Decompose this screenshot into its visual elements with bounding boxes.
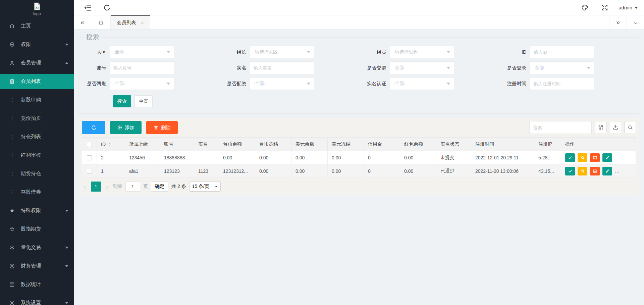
close-icon[interactable]: ×	[141, 20, 144, 25]
filter-columns-button[interactable]	[595, 122, 606, 133]
sidebar-item-13[interactable]: 财务管理	[0, 257, 74, 275]
input-field-5[interactable]	[250, 62, 314, 74]
sidebar-item-1[interactable]: 权限	[0, 35, 74, 54]
sidebar-item-2[interactable]: 会员管理	[0, 54, 74, 72]
sidebar-item-label: 存股借券	[21, 189, 41, 195]
sidebar-item-14[interactable]: 数据统计	[0, 275, 74, 294]
column-header-6: 美元余额	[291, 138, 328, 151]
select-field-9[interactable]: -全部-	[250, 77, 314, 90]
tabs-scroll-right-button[interactable]: »	[609, 15, 627, 29]
select-field-1[interactable]: -请选择大区-	[250, 46, 314, 58]
select-field-8[interactable]: -全部-	[110, 77, 174, 90]
dots-icon	[9, 152, 15, 158]
row-checkbox[interactable]	[87, 155, 92, 160]
select-all-checkbox[interactable]	[87, 142, 92, 147]
search-field-10: 实名认证-全部-	[359, 77, 499, 90]
input-field-3[interactable]	[530, 46, 594, 58]
sidebar-item-3[interactable]: 会员列表	[0, 74, 74, 89]
sidebar-item-label: 特殊权限	[21, 207, 41, 214]
search-field-4: 账号	[79, 61, 219, 74]
caret-down-icon	[446, 67, 450, 69]
sidebar-item-5[interactable]: 竞价拍卖	[0, 109, 74, 128]
sidebar-item-label: 会员管理	[21, 60, 41, 66]
sidebar-item-12[interactable]: 量化交易	[0, 238, 74, 257]
sidebar-item-11[interactable]: 股指期货	[0, 220, 74, 238]
card-button[interactable]	[590, 167, 600, 175]
search-panel-title: 搜索	[83, 33, 102, 42]
search-field-6: 是否交易-全部-	[359, 61, 499, 74]
select-field-10[interactable]: -全部-	[390, 77, 454, 90]
field-label: ID	[499, 49, 530, 55]
add-button[interactable]: 添加	[110, 121, 142, 134]
column-header-3: 实名	[194, 138, 219, 151]
edit-button[interactable]	[602, 153, 612, 162]
cell-0-9: 0.00	[400, 151, 436, 164]
delete-button[interactable]: 删除	[146, 121, 178, 134]
fullscreen-icon[interactable]	[601, 4, 608, 11]
sidebar-item-6[interactable]: 持仓列表	[0, 128, 74, 146]
caret-down-icon	[166, 51, 170, 53]
search-button[interactable]: 搜索	[113, 95, 131, 107]
plus-circle-icon	[117, 125, 122, 130]
sidebar-item-label: 财务管理	[21, 263, 41, 269]
cell-1-4: 12312312...	[219, 164, 255, 178]
sidebar-item-8[interactable]: 期货持仓	[0, 164, 74, 183]
cell-0-2: 18888888...	[160, 151, 194, 164]
sidebar-item-4[interactable]: 新股申购	[0, 91, 74, 109]
theme-palette-icon[interactable]	[581, 4, 589, 11]
star-button[interactable]	[578, 167, 587, 175]
sidebar-item-10[interactable]: 特殊权限	[0, 201, 74, 220]
select-field-7[interactable]: -全部-	[530, 61, 594, 74]
select-field-0[interactable]: -全部-	[110, 46, 174, 58]
table-search-input[interactable]	[529, 121, 592, 134]
sidebar-item-15[interactable]: 系统设置	[0, 294, 74, 305]
card-button[interactable]	[590, 153, 600, 162]
row-checkbox[interactable]	[87, 169, 92, 174]
refresh-page-icon[interactable]	[103, 3, 111, 12]
input-field-4[interactable]	[110, 62, 174, 74]
more-actions[interactable]: ...	[615, 168, 620, 174]
goto-confirm-button[interactable]: 确定	[151, 182, 168, 192]
per-page-select[interactable]: 15 条/页	[189, 182, 221, 192]
cell-0-3	[194, 151, 219, 164]
chevron-down-icon	[65, 210, 68, 212]
tabs-menu-button[interactable]	[627, 15, 644, 29]
page-number-1[interactable]: 1	[91, 182, 101, 192]
reset-button[interactable]: 重置	[135, 95, 153, 107]
print-preview-button[interactable]	[625, 122, 636, 133]
snowflake-icon	[9, 245, 15, 251]
edit-button[interactable]	[602, 167, 612, 175]
sidebar-item-label: 新股申购	[21, 97, 41, 103]
tab-home[interactable]	[91, 15, 111, 29]
table-refresh-button[interactable]	[82, 121, 105, 134]
sort-icon[interactable]	[107, 142, 112, 147]
gear-icon	[9, 300, 15, 305]
cell-0-5: 0.00	[255, 151, 291, 164]
cell-1-2: 123123	[160, 164, 194, 178]
column-header-4: 台币余额	[219, 138, 255, 151]
select-field-2[interactable]: -请选择组长-	[390, 46, 454, 58]
collapse-sidebar-icon[interactable]	[83, 3, 92, 12]
cell-1-10: 已通过	[436, 164, 471, 178]
edit-icon	[605, 169, 610, 173]
sidebar-item-0[interactable]: 主页	[0, 17, 74, 35]
select-field-6[interactable]: -全部-	[390, 61, 454, 74]
approve-button[interactable]	[565, 167, 575, 175]
doc-icon	[9, 79, 15, 85]
user-menu[interactable]: admin	[619, 5, 638, 10]
prev-page-button[interactable]: ‹	[82, 184, 88, 190]
approve-button[interactable]	[565, 153, 575, 162]
sidebar-menu: 主页权限会员管理会员列表新股申购竞价拍卖持仓列表红利审核期货持仓存股借券特殊权限…	[0, 17, 74, 305]
goto-page-input[interactable]	[125, 182, 140, 192]
sidebar-item-9[interactable]: 存股借券	[0, 183, 74, 201]
next-page-button[interactable]: ›	[104, 184, 110, 190]
tab-member-list[interactable]: 会员列表 ×	[111, 15, 150, 29]
sidebar-item-7[interactable]: 红利审核	[0, 146, 74, 164]
more-actions[interactable]: ...	[615, 155, 620, 160]
input-field-11[interactable]	[530, 78, 594, 90]
star-button[interactable]	[578, 153, 587, 162]
actions-cell: ...	[561, 164, 636, 178]
tabs-scroll-left-button[interactable]: «	[74, 15, 91, 29]
export-button[interactable]	[610, 122, 621, 133]
column-header-0[interactable]: ID	[97, 138, 125, 151]
